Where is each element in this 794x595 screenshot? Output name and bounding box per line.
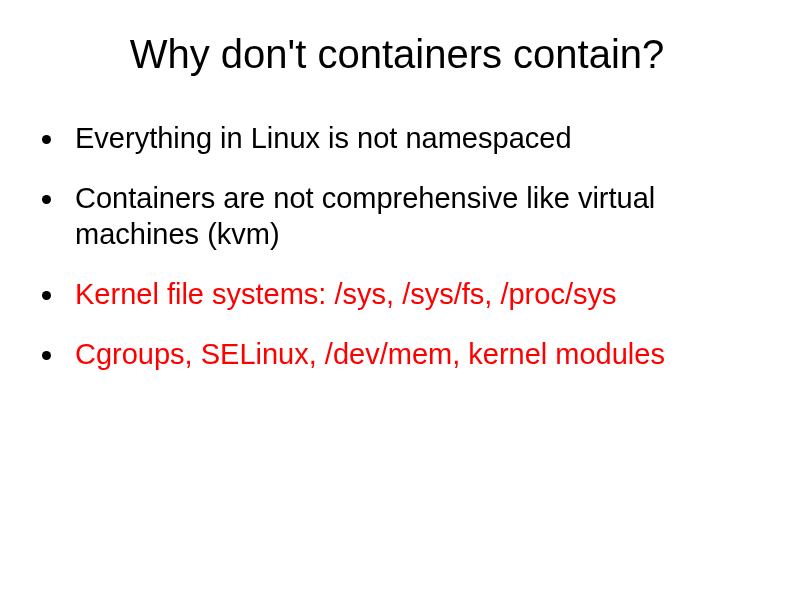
list-item: Everything in Linux is not namespaced: [42, 121, 754, 157]
bullet-icon: [42, 291, 51, 300]
bullet-icon: [42, 135, 51, 144]
list-item: Kernel file systems: /sys, /sys/fs, /pro…: [42, 277, 754, 313]
slide-title: Why don't containers contain?: [40, 32, 754, 77]
list-item: Cgroups, SELinux, /dev/mem, kernel modul…: [42, 337, 754, 373]
bullet-icon: [42, 195, 51, 204]
bullet-text: Everything in Linux is not namespaced: [75, 121, 572, 157]
bullet-icon: [42, 351, 51, 360]
bullet-text: Kernel file systems: /sys, /sys/fs, /pro…: [75, 277, 616, 313]
bullet-list: Everything in Linux is not namespaced Co…: [40, 121, 754, 373]
bullet-text: Cgroups, SELinux, /dev/mem, kernel modul…: [75, 337, 665, 373]
list-item: Containers are not comprehensive like vi…: [42, 181, 754, 253]
bullet-text: Containers are not comprehensive like vi…: [75, 181, 754, 253]
slide: Why don't containers contain? Everything…: [0, 0, 794, 595]
